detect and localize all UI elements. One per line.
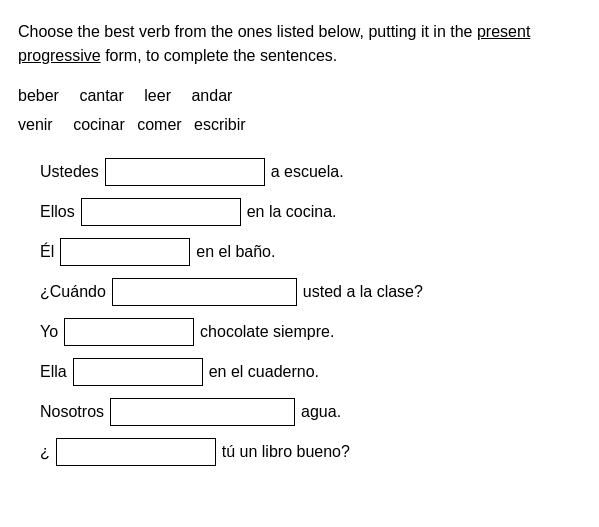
fill-input-2[interactable]: [81, 198, 241, 226]
fill-input-8[interactable]: [56, 438, 216, 466]
fill-input-3[interactable]: [60, 238, 190, 266]
list-item: Ustedes a escuela.: [40, 158, 581, 186]
word-bank-row2: venir cocinar comer escribir: [18, 111, 581, 140]
word-bank-row1: beber cantar leer andar: [18, 82, 581, 111]
sentence-after-7: agua.: [301, 399, 341, 425]
word-escribir: escribir: [194, 116, 246, 133]
fill-input-1[interactable]: [105, 158, 265, 186]
list-item: Nosotros agua.: [40, 398, 581, 426]
sentence-after-6: en el cuaderno.: [209, 359, 319, 385]
sentence-before-2: Ellos: [40, 199, 75, 225]
word-andar: andar: [191, 87, 232, 104]
sentence-after-4: usted a la clase?: [303, 279, 423, 305]
sentence-before-6: Ella: [40, 359, 67, 385]
sentence-before-8: ¿: [40, 439, 50, 465]
word-leer: leer: [144, 87, 171, 104]
fill-input-4[interactable]: [112, 278, 297, 306]
list-item: Ella en el cuaderno.: [40, 358, 581, 386]
word-cantar: cantar: [79, 87, 123, 104]
word-cocinar: cocinar: [73, 116, 125, 133]
word-venir: venir: [18, 116, 53, 133]
sentence-after-8: tú un libro bueno?: [222, 439, 350, 465]
instructions-text1: Choose the best verb from the ones liste…: [18, 23, 473, 40]
list-item: Yo chocolate siempre.: [40, 318, 581, 346]
sentence-before-4: ¿Cuándo: [40, 279, 106, 305]
word-beber: beber: [18, 87, 59, 104]
fill-input-7[interactable]: [110, 398, 295, 426]
sentence-before-1: Ustedes: [40, 159, 99, 185]
word-bank: beber cantar leer andar venir cocinar co…: [18, 82, 581, 140]
sentence-after-1: a escuela.: [271, 159, 344, 185]
fill-input-5[interactable]: [64, 318, 194, 346]
sentence-after-5: chocolate siempre.: [200, 319, 334, 345]
instructions-part2: form, to complete the sentences.: [105, 47, 337, 64]
list-item: Ellos en la cocina.: [40, 198, 581, 226]
sentence-before-5: Yo: [40, 319, 58, 345]
sentence-before-7: Nosotros: [40, 399, 104, 425]
sentence-after-3: en el baño.: [196, 239, 275, 265]
word-comer: comer: [137, 116, 181, 133]
sentence-before-3: Él: [40, 239, 54, 265]
list-item: ¿Cuándo usted a la clase?: [40, 278, 581, 306]
instructions: Choose the best verb from the ones liste…: [18, 20, 581, 68]
list-item: Él en el baño.: [40, 238, 581, 266]
fill-input-6[interactable]: [73, 358, 203, 386]
sentence-after-2: en la cocina.: [247, 199, 337, 225]
sentence-list: Ustedes a escuela. Ellos en la cocina. É…: [18, 158, 581, 466]
list-item: ¿ tú un libro bueno?: [40, 438, 581, 466]
